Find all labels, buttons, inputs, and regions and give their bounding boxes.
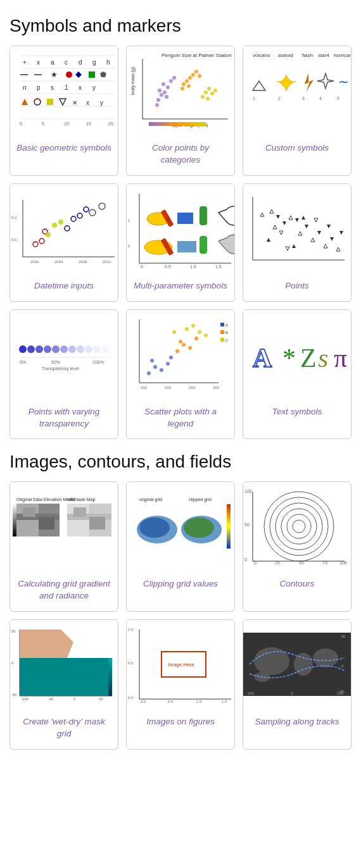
svg-rect-69 — [149, 122, 206, 126]
svg-text:π: π — [334, 344, 347, 373]
card-color-points[interactable]: Penguin Size at Palmer Station body mass — [126, 46, 235, 176]
svg-text:Image Here: Image Here — [168, 662, 194, 667]
svg-text:d: d — [79, 59, 82, 66]
svg-text:a: a — [51, 59, 54, 66]
svg-point-179 — [185, 327, 189, 331]
card-image-contours: 0 25 50 75 100 0 50 100 — [243, 482, 351, 571]
svg-point-148 — [19, 345, 27, 353]
svg-point-217 — [139, 518, 170, 538]
svg-point-62 — [204, 90, 208, 94]
card-text-symbols[interactable]: A * Z s π Text symbols — [243, 309, 352, 440]
svg-rect-114 — [177, 241, 196, 252]
card-clipping-grid[interactable]: original grid clipped grid Clipping grid… — [126, 481, 235, 612]
svg-text:90: 90 — [99, 697, 103, 701]
card-transparency[interactable]: 0% 50% 100% Transparency level Points wi… — [10, 309, 118, 440]
svg-text:h: h — [106, 59, 110, 66]
svg-text:*: * — [282, 344, 296, 373]
svg-point-180 — [198, 330, 201, 334]
svg-point-58 — [194, 70, 198, 73]
svg-text:-90: -90 — [11, 693, 17, 697]
card-custom-symbols[interactable]: volcano astroid flash star4 hurricane ∼ … — [243, 46, 352, 176]
card-datetime-inputs[interactable]: 2000 2004 2008 2012 0.0 0.2 Datetime inp… — [10, 183, 118, 302]
svg-point-175 — [188, 346, 192, 350]
svg-point-55 — [188, 76, 192, 80]
card-images-figures[interactable]: Image Here 0.0 0.5 1.0 1.5 0.0 0.5 1.0 I… — [126, 619, 235, 750]
svg-point-56 — [191, 73, 195, 77]
card-wet-dry[interactable]: -180 -90 0 90 -90 0 90 Create 'wet-dry' … — [10, 619, 118, 750]
card-points[interactable]: Points — [243, 183, 352, 302]
svg-point-57 — [180, 87, 184, 90]
card-image-transparency: 0% 50% 100% Transparency level — [10, 310, 118, 399]
svg-point-158 — [101, 345, 109, 353]
svg-text:clipped grid: clipped grid — [189, 497, 212, 502]
svg-point-167 — [147, 371, 151, 375]
svg-rect-122 — [243, 187, 351, 270]
svg-text:0.0: 0.0 — [141, 700, 146, 704]
card-image-grid-gradient: Original Data Elevation Model Hillshade … — [10, 482, 118, 571]
svg-point-60 — [187, 84, 191, 88]
svg-point-47 — [158, 89, 162, 92]
card-label-custom-symbols: Custom symbols — [260, 142, 334, 154]
svg-text:∼: ∼ — [338, 75, 349, 89]
svg-point-65 — [206, 97, 210, 101]
card-contours[interactable]: 0 25 50 75 100 0 50 100 Contours — [243, 481, 352, 612]
card-multi-param[interactable]: 0 0.5 1.0 1.5 1 0 Multi-parameter symbol… — [126, 183, 235, 302]
svg-text:c: c — [65, 59, 68, 66]
svg-point-176 — [179, 340, 182, 344]
svg-rect-115 — [200, 236, 207, 254]
card-label-transparency: Points with varying transparency — [10, 406, 118, 430]
svg-text:Z: Z — [300, 344, 317, 373]
svg-text:Penguin Size at Palmer Station: Penguin Size at Palmer Station — [162, 53, 232, 58]
svg-text:250: 250 — [189, 386, 196, 390]
svg-text:s: s — [51, 84, 54, 91]
svg-text:astroid: astroid — [278, 53, 293, 58]
svg-text:y: y — [92, 84, 96, 91]
svg-text:90: 90 — [341, 635, 346, 638]
svg-text:-180: -180 — [21, 697, 29, 701]
svg-point-172 — [169, 356, 173, 359]
card-basic-geometric[interactable]: + x a c d g h ★ n p s 1 x y ✕ — [10, 46, 118, 176]
svg-rect-211 — [89, 517, 105, 530]
card-scatter-legend[interactable]: A B C 230 240 250 260 Scatter plots with… — [126, 309, 235, 440]
svg-rect-183 — [220, 323, 224, 326]
svg-text:1: 1 — [253, 96, 255, 101]
svg-text:50: 50 — [244, 523, 250, 527]
svg-text:1.0: 1.0 — [190, 264, 196, 269]
card-grid-gradient[interactable]: Original Data Elevation Model Hillshade … — [10, 481, 118, 612]
svg-rect-110 — [177, 213, 193, 224]
card-sampling-tracks[interactable]: -180 0 180 90 0 -90 Sampling along track… — [243, 619, 352, 750]
svg-text:2: 2 — [278, 96, 281, 101]
svg-rect-220 — [227, 504, 231, 549]
svg-rect-111 — [200, 206, 207, 225]
svg-text:2012: 2012 — [103, 260, 111, 264]
svg-text:5: 5 — [42, 121, 44, 126]
svg-text:Transparency level: Transparency level — [42, 366, 79, 371]
svg-rect-187 — [220, 338, 224, 342]
svg-text:-90: -90 — [48, 697, 54, 701]
svg-rect-243 — [108, 658, 112, 696]
images-grid: Original Data Elevation Model Hillshade … — [10, 481, 352, 750]
svg-text:B: B — [225, 331, 228, 335]
svg-text:0: 0 — [254, 561, 256, 565]
svg-text:0.5: 0.5 — [128, 661, 134, 665]
svg-text:star4: star4 — [318, 53, 329, 58]
svg-point-51 — [165, 95, 168, 99]
card-label-scatter-legend: Scatter plots with a legend — [127, 406, 234, 430]
card-label-images-figures: Images on figures — [141, 716, 219, 728]
svg-text:260: 260 — [213, 386, 220, 390]
svg-text:original grid: original grid — [139, 497, 162, 502]
svg-text:✕: ✕ — [72, 99, 77, 106]
card-image-wet-dry: -180 -90 0 90 -90 0 90 — [10, 620, 118, 709]
card-image-datetime-inputs: 2000 2004 2008 2012 0.0 0.2 — [10, 184, 118, 273]
svg-point-151 — [44, 345, 51, 353]
svg-text:1.5: 1.5 — [215, 264, 222, 269]
svg-point-49 — [169, 79, 173, 83]
svg-text:0: 0 — [141, 264, 143, 269]
svg-text:C: C — [225, 338, 229, 342]
svg-text:4: 4 — [319, 96, 322, 101]
section-title-images: Images, contours, and fields — [10, 452, 352, 472]
svg-point-178 — [172, 330, 176, 334]
svg-rect-212 — [13, 504, 16, 536]
svg-text:0.5: 0.5 — [165, 264, 171, 269]
svg-point-170 — [166, 362, 170, 366]
